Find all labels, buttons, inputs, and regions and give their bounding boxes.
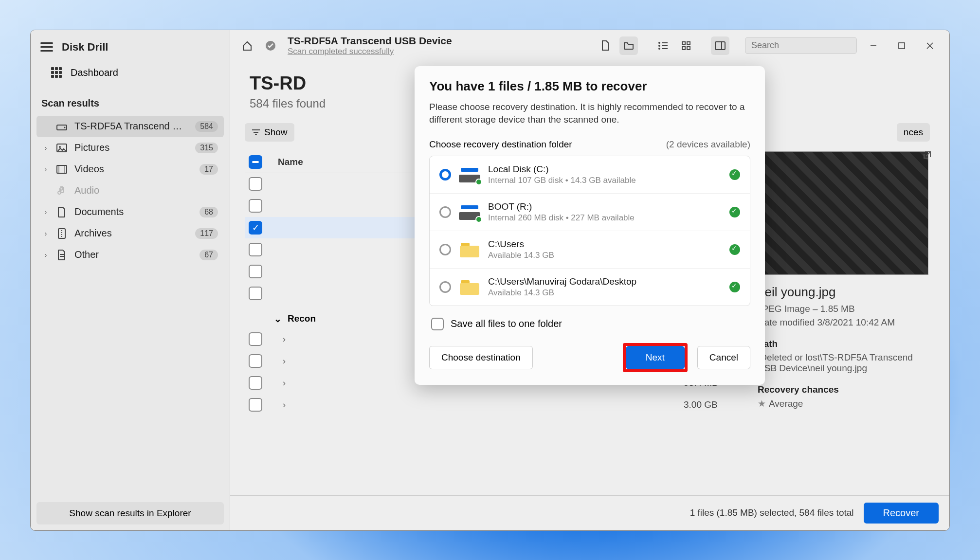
cancel-button[interactable]: Cancel — [697, 346, 750, 369]
chevron-right-icon: › — [42, 144, 49, 152]
sidebar-item-label: Other — [74, 249, 193, 260]
destination-item[interactable]: C:\Users Available 14.3 GB — [430, 231, 750, 269]
choose-destination-header: Choose recovery destination folder — [429, 139, 572, 150]
destination-item[interactable]: C:\Users\Manuviraj Godara\Desktop Availa… — [430, 269, 750, 306]
videos-icon — [56, 163, 68, 175]
chevron-right-icon: › — [42, 230, 49, 237]
folder-icon — [459, 241, 480, 258]
menu-icon[interactable] — [40, 42, 53, 53]
sidebar-item-documents[interactable]: › Documents 68 — [36, 201, 224, 223]
sidebar-item-label: Videos — [74, 163, 193, 175]
destination-item[interactable]: BOOT (R:) Internal 260 MB disk • 227 MB … — [430, 194, 750, 231]
sidebar-item-count: 68 — [200, 207, 218, 217]
sidebar-item-label: TS-RDF5A Transcend US... — [74, 121, 188, 132]
show-in-explorer-button[interactable]: Show scan results in Explorer — [36, 502, 224, 524]
sidebar-item-dashboard[interactable]: Dashboard — [36, 62, 224, 90]
sidebar-item-device[interactable]: TS-RDF5A Transcend US... 584 — [36, 116, 224, 137]
svg-rect-4 — [57, 165, 67, 173]
check-icon — [729, 282, 740, 292]
drive-icon — [56, 121, 68, 132]
folder-icon — [459, 278, 480, 296]
destination-radio[interactable] — [439, 244, 451, 255]
next-button[interactable]: Next — [626, 346, 685, 369]
destination-name: C:\Users\Manuviraj Godara\Desktop — [488, 276, 722, 287]
disk-icon — [459, 166, 480, 183]
destination-sub: Available 14.3 GB — [488, 251, 722, 260]
sidebar-item-count: 117 — [195, 228, 218, 239]
app-window: Disk Drill Dashboard Scan results TS-RDF… — [30, 30, 950, 531]
check-icon — [729, 207, 740, 217]
save-all-row[interactable]: Save all files to one folder — [431, 318, 748, 330]
svg-point-1 — [64, 126, 66, 128]
disk-icon — [459, 203, 480, 221]
app-title: Disk Drill — [62, 41, 108, 54]
save-all-checkbox[interactable] — [431, 318, 444, 330]
sidebar: Disk Drill Dashboard Scan results TS-RDF… — [31, 30, 230, 530]
destination-name: BOOT (R:) — [488, 201, 722, 212]
pictures-icon — [56, 142, 68, 154]
main-panel: TS-RDF5A Transcend USB Device Scan compl… — [230, 30, 949, 530]
modal-title: You have 1 files / 1.85 MB to recover — [429, 79, 750, 94]
destination-radio[interactable] — [439, 206, 451, 218]
sidebar-item-archives[interactable]: › Archives 117 — [36, 223, 224, 244]
chevron-right-icon: › — [42, 251, 49, 259]
sidebar-item-count: 315 — [195, 143, 218, 153]
sidebar-section-scan-results: Scan results — [36, 90, 224, 116]
destination-name: Local Disk (C:) — [488, 164, 722, 175]
destination-sub: Internal 260 MB disk • 227 MB available — [488, 213, 722, 223]
save-all-label: Save all files to one folder — [451, 318, 562, 329]
destination-radio[interactable] — [439, 281, 451, 293]
sidebar-item-count: 17 — [200, 164, 218, 175]
sidebar-item-label: Pictures — [74, 142, 188, 153]
sidebar-item-count: 584 — [195, 121, 218, 132]
documents-icon — [56, 206, 68, 218]
destination-sub: Available 14.3 GB — [488, 288, 722, 298]
archives-icon — [56, 228, 68, 239]
modal-description: Please choose recovery destination. It i… — [429, 101, 750, 126]
highlight-ring: Next — [623, 343, 688, 372]
sidebar-item-count: 67 — [200, 250, 218, 260]
sidebar-item-label: Audio — [74, 185, 218, 196]
sidebar-item-other[interactable]: › Other 67 — [36, 244, 224, 266]
svg-point-3 — [59, 146, 61, 148]
sidebar-item-label: Archives — [74, 228, 188, 239]
chevron-right-icon: › — [42, 208, 49, 216]
destination-item[interactable]: Local Disk (C:) Internal 107 GB disk • 1… — [430, 156, 750, 194]
destination-sub: Internal 107 GB disk • 14.3 GB available — [488, 176, 722, 185]
recovery-destination-modal: You have 1 files / 1.85 MB to recover Pl… — [415, 66, 765, 385]
sidebar-item-videos[interactable]: › Videos 17 — [36, 159, 224, 180]
sidebar-item-pictures[interactable]: › Pictures 315 — [36, 137, 224, 159]
check-icon — [729, 169, 740, 180]
dashboard-icon — [51, 67, 62, 78]
sidebar-item-label: Documents — [74, 206, 193, 217]
destination-list: Local Disk (C:) Internal 107 GB disk • 1… — [429, 156, 750, 306]
check-icon — [729, 244, 740, 255]
sidebar-item-audio[interactable]: Audio — [36, 180, 224, 201]
devices-available: (2 devices available) — [666, 139, 750, 150]
destination-name: C:\Users — [488, 239, 722, 250]
chevron-right-icon: › — [42, 165, 49, 173]
audio-icon — [56, 185, 68, 197]
choose-destination-button[interactable]: Choose destination — [429, 346, 533, 369]
modal-overlay: You have 1 files / 1.85 MB to recover Pl… — [230, 30, 949, 530]
destination-radio[interactable] — [439, 169, 451, 181]
other-icon — [56, 249, 68, 261]
dashboard-label: Dashboard — [71, 67, 118, 78]
